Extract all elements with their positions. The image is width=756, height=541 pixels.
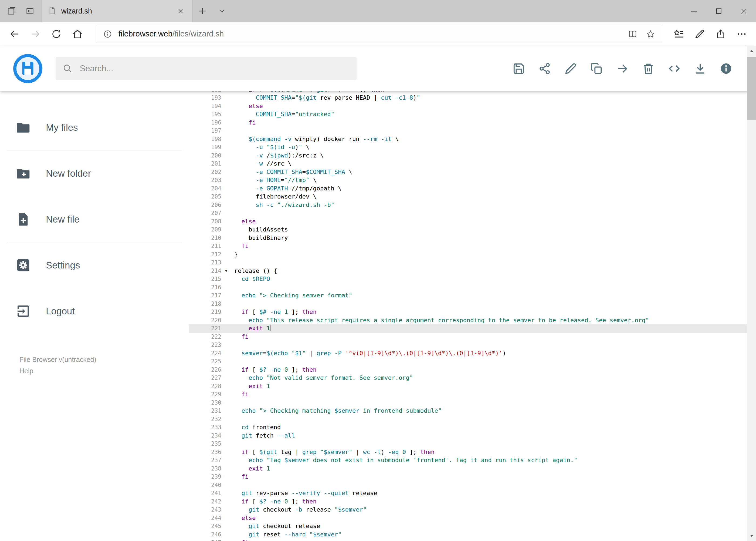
- line-number[interactable]: 233: [189, 423, 221, 432]
- code-line[interactable]: 196 fi: [189, 119, 747, 127]
- code-line[interactable]: 217 echo "> Checking semver format": [189, 291, 747, 300]
- code-line[interactable]: 231 echo "> Checking matching $semver in…: [189, 407, 747, 415]
- code-line[interactable]: 207: [189, 209, 747, 218]
- filebrowser-logo[interactable]: [13, 54, 43, 84]
- code-line[interactable]: 210 buildBinary: [189, 234, 747, 242]
- line-number[interactable]: 198: [189, 135, 221, 144]
- line-number[interactable]: 232: [189, 415, 221, 423]
- code-line[interactable]: 199 -u "$(id -u)" \: [189, 143, 747, 152]
- sidebar-item-logout[interactable]: Logout: [0, 297, 189, 325]
- info-button[interactable]: [719, 62, 733, 75]
- line-number[interactable]: 199: [189, 143, 221, 152]
- line-number[interactable]: 196: [189, 119, 221, 127]
- line-number[interactable]: 222: [189, 333, 221, 341]
- hub-icon[interactable]: [668, 24, 689, 44]
- scrollbar-thumb[interactable]: [747, 57, 756, 120]
- page-scrollbar[interactable]: [747, 46, 756, 541]
- sidebar-item-new-file[interactable]: New file: [0, 206, 189, 233]
- code-line[interactable]: 246 git reset --hard "$semver": [189, 530, 747, 539]
- maximize-button[interactable]: [706, 0, 731, 22]
- line-number[interactable]: 204: [189, 185, 221, 193]
- more-options-icon[interactable]: [731, 24, 752, 44]
- line-number[interactable]: 238: [189, 465, 221, 473]
- line-number[interactable]: 218: [189, 300, 221, 308]
- search-box[interactable]: [56, 57, 357, 80]
- code-editor[interactable]: 192 if [ "$(command -v git)" != "" ]; th…: [189, 91, 747, 541]
- line-number[interactable]: 236: [189, 448, 221, 456]
- code-line[interactable]: 247 fi: [189, 539, 747, 541]
- code-line[interactable]: 240: [189, 481, 747, 489]
- code-line[interactable]: 243 git checkout -b release "$semver": [189, 506, 747, 514]
- tab-preview-chevron-icon[interactable]: [212, 0, 232, 22]
- code-line[interactable]: 211 fi: [189, 242, 747, 251]
- line-number[interactable]: 241: [189, 489, 221, 497]
- line-number[interactable]: 245: [189, 522, 221, 530]
- tabs-set-aside-icon[interactable]: [22, 3, 38, 19]
- code-line[interactable]: 234 git fetch --all: [189, 432, 747, 440]
- line-number[interactable]: 202: [189, 168, 221, 176]
- scroll-up-icon[interactable]: [747, 46, 756, 56]
- back-button[interactable]: [4, 24, 25, 44]
- line-number[interactable]: 224: [189, 349, 221, 357]
- code-line[interactable]: 244 else: [189, 514, 747, 522]
- code-line[interactable]: 219 if [ $# -ne 1 ]; then: [189, 308, 747, 316]
- favorite-star-icon[interactable]: [643, 27, 657, 41]
- browser-tab[interactable]: wizard.sh: [42, 0, 193, 22]
- code-view-button[interactable]: [667, 62, 681, 75]
- refresh-button[interactable]: [46, 24, 67, 44]
- line-number[interactable]: 246: [189, 530, 221, 539]
- help-link[interactable]: Help: [19, 365, 189, 376]
- web-note-pen-icon[interactable]: [689, 24, 710, 44]
- line-number[interactable]: 203: [189, 176, 221, 185]
- line-number[interactable]: 227: [189, 374, 221, 382]
- code-line[interactable]: 220 echo "This release script requires a…: [189, 316, 747, 325]
- reading-view-icon[interactable]: [626, 27, 640, 41]
- line-number[interactable]: 215: [189, 275, 221, 283]
- code-line[interactable]: 236 if [ $(git tag | grep "$semver" | wc…: [189, 448, 747, 456]
- code-line[interactable]: 230: [189, 399, 747, 407]
- code-line[interactable]: 206 sh -c "./wizard.sh -b": [189, 201, 747, 209]
- code-line[interactable]: 202 -e COMMIT_SHA=$COMMIT_SHA \: [189, 168, 747, 176]
- code-line[interactable]: 233 cd frontend: [189, 423, 747, 432]
- code-line[interactable]: 218: [189, 300, 747, 308]
- home-button[interactable]: [67, 24, 88, 44]
- code-line[interactable]: 245 git checkout release: [189, 522, 747, 530]
- line-number[interactable]: 220: [189, 316, 221, 325]
- line-number[interactable]: 213: [189, 259, 221, 267]
- code-line[interactable]: 194 else: [189, 102, 747, 111]
- code-line[interactable]: 227 echo "Not valid semver format. See s…: [189, 374, 747, 382]
- code-line[interactable]: 204 -e GOPATH=//tmp/gopath \: [189, 185, 747, 193]
- code-line[interactable]: 225: [189, 357, 747, 366]
- scroll-down-icon[interactable]: [747, 531, 756, 541]
- line-number[interactable]: 239: [189, 473, 221, 481]
- line-number[interactable]: 194: [189, 102, 221, 111]
- code-line[interactable]: 216: [189, 283, 747, 292]
- close-window-button[interactable]: [731, 0, 756, 22]
- sidebar-item-my-files[interactable]: My files: [0, 114, 189, 141]
- line-number[interactable]: 226: [189, 366, 221, 374]
- code-line[interactable]: 200 -v /$(pwd):/src:z \: [189, 152, 747, 160]
- code-line[interactable]: 193 COMMIT_SHA="$(git rev-parse HEAD | c…: [189, 94, 747, 102]
- code-line[interactable]: 221 exit 1: [189, 324, 747, 333]
- download-button[interactable]: [693, 62, 707, 75]
- line-number[interactable]: 242: [189, 497, 221, 506]
- line-number[interactable]: 230: [189, 399, 221, 407]
- fold-arrow-icon[interactable]: ▾: [221, 267, 231, 275]
- line-number[interactable]: 206: [189, 201, 221, 209]
- url-text[interactable]: filebrowser.web/files/wizard.sh: [119, 29, 224, 38]
- line-number[interactable]: 247: [189, 539, 221, 541]
- tab-close-icon[interactable]: [175, 5, 186, 17]
- code-line[interactable]: 212}: [189, 251, 747, 259]
- line-number[interactable]: 214: [189, 267, 221, 275]
- code-line[interactable]: 222 fi: [189, 333, 747, 341]
- code-line[interactable]: 223: [189, 341, 747, 349]
- line-number[interactable]: 209: [189, 226, 221, 234]
- line-number[interactable]: 195: [189, 110, 221, 119]
- line-number[interactable]: 231: [189, 407, 221, 415]
- code-line[interactable]: 226 if [ $? -ne 0 ]; then: [189, 366, 747, 374]
- code-line[interactable]: 205 filebrowser/dev \: [189, 193, 747, 201]
- code-line[interactable]: 215 cd $REPO: [189, 275, 747, 283]
- code-line[interactable]: 228 exit 1: [189, 382, 747, 390]
- line-number[interactable]: 217: [189, 291, 221, 300]
- line-number[interactable]: 216: [189, 283, 221, 292]
